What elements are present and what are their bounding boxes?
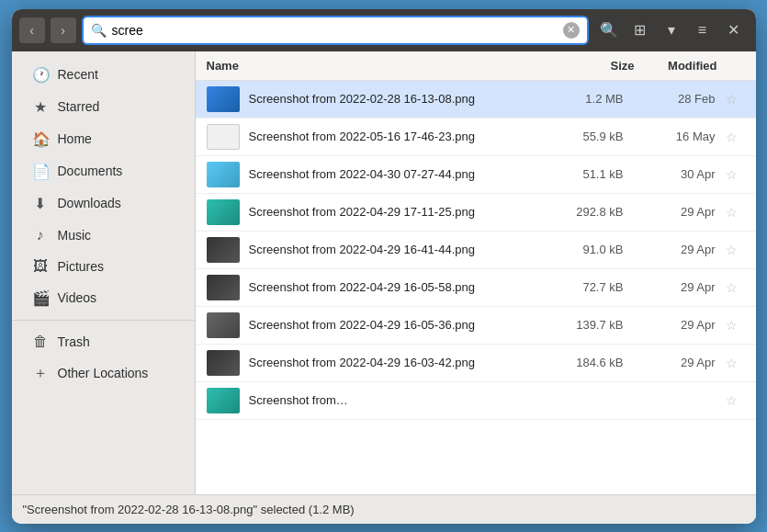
file-thumbnail <box>207 162 240 187</box>
sidebar-item-videos[interactable]: 🎬 Videos <box>17 283 189 313</box>
sidebar-item-label: Trash <box>58 334 90 349</box>
sidebar-item-trash[interactable]: 🗑 Trash <box>17 327 189 357</box>
close-icon: ✕ <box>728 21 739 39</box>
file-modified: 28 Feb <box>642 92 716 106</box>
file-modified: 29 Apr <box>642 280 716 294</box>
sidebar-item-home[interactable]: 🏠 Home <box>17 124 189 154</box>
file-name: Screenshot from 2022-04-29 16-05-58.png <box>249 280 559 294</box>
sidebar-item-music[interactable]: ♪ Music <box>17 221 189 250</box>
back-icon: ‹ <box>29 23 34 38</box>
sidebar-item-label: Other Locations <box>58 366 149 380</box>
hamburger-icon: ≡ <box>698 22 706 39</box>
sidebar-item-pictures[interactable]: 🖼 Pictures <box>17 252 189 281</box>
file-modified: 16 May <box>642 130 716 143</box>
music-icon: ♪ <box>32 227 49 243</box>
sidebar: 🕐 Recent ★ Starred 🏠 Home 📄 Documents ⬇ … <box>12 51 196 494</box>
sidebar-item-label: Recent <box>58 67 98 82</box>
file-size: 72.7 kB <box>559 280 642 294</box>
table-row[interactable]: Screenshot from 2022-04-29 16-05-58.png … <box>196 269 756 307</box>
sidebar-item-starred[interactable]: ★ Starred <box>17 92 189 122</box>
sidebar-item-label: Music <box>58 228 92 243</box>
home-icon: 🏠 <box>32 130 49 148</box>
file-name: Screenshot from 2022-04-29 16-05-36.png <box>249 318 559 332</box>
file-thumbnail <box>207 388 240 413</box>
file-modified: 29 Apr <box>642 356 716 369</box>
file-thumbnail <box>207 124 240 150</box>
sidebar-item-label: Pictures <box>58 259 105 274</box>
file-name: Screenshot from… <box>249 393 559 407</box>
sidebar-item-label: Starred <box>58 99 100 114</box>
chevron-down-icon: ▾ <box>668 21 675 39</box>
file-size: 139.7 kB <box>559 318 642 332</box>
file-list: Screenshot from 2022-02-28 16-13-08.png … <box>196 81 756 494</box>
star-button[interactable]: ☆ <box>719 205 745 220</box>
star-button[interactable]: ☆ <box>719 243 745 257</box>
recent-icon: 🕐 <box>32 66 49 84</box>
sidebar-item-label: Videos <box>58 290 97 305</box>
star-button[interactable]: ☆ <box>719 92 745 107</box>
search-icon: 🔍 <box>91 23 107 38</box>
file-modified: 30 Apr <box>642 167 716 181</box>
table-row[interactable]: Screenshot from 2022-04-29 16-03-42.png … <box>196 345 756 382</box>
grid-icon: ⊞ <box>634 21 646 39</box>
file-thumbnail <box>207 350 240 376</box>
main-content: 🕐 Recent ★ Starred 🏠 Home 📄 Documents ⬇ … <box>12 51 756 494</box>
sidebar-item-other-locations[interactable]: ＋ Other Locations <box>17 357 189 390</box>
file-name: Screenshot from 2022-04-30 07-27-44.png <box>249 167 559 181</box>
status-text: "Screenshot from 2022-02-28 16-13-08.png… <box>23 503 355 516</box>
sidebar-item-documents[interactable]: 📄 Documents <box>17 156 189 187</box>
sidebar-item-label: Home <box>58 131 92 146</box>
file-list-header: Name Size Modified <box>196 51 756 81</box>
back-button[interactable]: ‹ <box>19 17 45 43</box>
file-area: Name Size Modified Screenshot from 2022-… <box>196 51 756 494</box>
file-thumbnail <box>207 312 240 338</box>
file-size: 91.0 kB <box>559 243 642 256</box>
star-button[interactable]: ☆ <box>719 167 745 182</box>
forward-icon: › <box>61 23 65 38</box>
file-name: Screenshot from 2022-05-16 17-46-23.png <box>249 130 559 143</box>
video-icon: 🎬 <box>32 289 49 307</box>
file-manager-window: ‹ › 🔍 ✕ 🔍 ⊞ ▾ ≡ ✕ <box>12 9 756 524</box>
star-button[interactable]: ☆ <box>719 318 745 333</box>
table-row[interactable]: Screenshot from 2022-04-29 17-11-25.png … <box>196 194 756 232</box>
magnifier-icon: 🔍 <box>600 21 618 39</box>
sidebar-section-system: 🗑 Trash ＋ Other Locations <box>12 320 195 391</box>
star-button[interactable]: ☆ <box>719 280 745 295</box>
sidebar-item-label: Downloads <box>58 196 121 210</box>
search-input[interactable] <box>112 23 558 38</box>
star-button[interactable]: ☆ <box>719 393 745 408</box>
star-button[interactable]: ☆ <box>719 130 745 144</box>
search-bar: 🔍 ✕ <box>82 16 589 45</box>
file-modified: 29 Apr <box>642 205 716 219</box>
file-thumbnail <box>207 237 240 263</box>
file-name: Screenshot from 2022-04-29 16-03-42.png <box>249 356 559 369</box>
file-size: 184.6 kB <box>559 356 642 369</box>
view-grid-button[interactable]: ⊞ <box>626 16 655 45</box>
sidebar-item-downloads[interactable]: ⬇ Downloads <box>17 188 189 219</box>
col-modified-header: Modified <box>653 59 745 73</box>
table-row[interactable]: Screenshot from 2022-04-29 16-41-44.png … <box>196 232 756 269</box>
forward-button[interactable]: › <box>51 17 76 43</box>
statusbar: "Screenshot from 2022-02-28 16-13-08.png… <box>12 494 756 524</box>
menu-button[interactable]: ≡ <box>688 16 717 45</box>
document-icon: 📄 <box>32 163 49 180</box>
titlebar: ‹ › 🔍 ✕ 🔍 ⊞ ▾ ≡ ✕ <box>12 9 756 51</box>
toolbar-right: 🔍 ⊞ ▾ ≡ ✕ <box>594 16 749 45</box>
star-button[interactable]: ☆ <box>719 356 745 370</box>
view-dropdown-button[interactable]: ▾ <box>657 16 686 45</box>
file-thumbnail <box>207 199 240 225</box>
table-row[interactable]: Screenshot from 2022-02-28 16-13-08.png … <box>196 81 756 119</box>
table-row[interactable]: Screenshot from 2022-04-29 16-05-36.png … <box>196 307 756 345</box>
search-toggle-button[interactable]: 🔍 <box>594 16 624 45</box>
close-button[interactable]: ✕ <box>719 16 749 45</box>
add-location-icon: ＋ <box>32 364 49 383</box>
table-row[interactable]: Screenshot from… ☆ <box>196 382 756 420</box>
search-clear-button[interactable]: ✕ <box>563 22 580 39</box>
download-icon: ⬇ <box>32 195 49 212</box>
pictures-icon: 🖼 <box>32 258 49 275</box>
table-row[interactable]: Screenshot from 2022-04-30 07-27-44.png … <box>196 156 756 194</box>
file-thumbnail <box>207 86 240 112</box>
star-icon: ★ <box>32 98 49 116</box>
sidebar-item-recent[interactable]: 🕐 Recent <box>17 60 189 90</box>
table-row[interactable]: Screenshot from 2022-05-16 17-46-23.png … <box>196 119 756 156</box>
